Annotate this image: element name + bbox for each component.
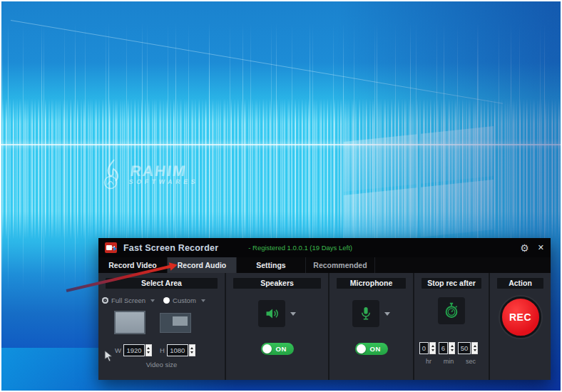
window-title: Fast Screen Recorder — [123, 243, 218, 253]
seconds-spinner[interactable] — [471, 342, 478, 354]
tab-record-video[interactable]: Record Video — [98, 257, 168, 273]
video-size-label: Video size — [98, 361, 225, 368]
tab-recommended[interactable]: Recommended — [306, 257, 375, 273]
section-action: Action REC — [490, 273, 551, 380]
watermark-subtitle: SOFTWARES — [128, 178, 199, 185]
hours-input[interactable]: 0 — [419, 342, 429, 354]
speakers-header: Speakers — [233, 278, 321, 289]
settings-gear-icon[interactable]: ⚙ — [520, 243, 529, 253]
hours-label: hr — [419, 358, 438, 365]
speakers-toggle[interactable]: ON — [261, 343, 294, 355]
toggle-knob — [262, 344, 272, 354]
seconds-label: sec — [459, 358, 482, 365]
full-screen-dropdown-icon[interactable] — [150, 299, 155, 302]
speaker-dropdown-icon[interactable] — [290, 312, 296, 316]
speaker-device-button[interactable] — [258, 300, 285, 327]
width-spinner[interactable] — [145, 344, 152, 356]
section-stop-rec-after: Stop rec after 0 — [414, 273, 489, 380]
select-area-header: Select Area — [106, 278, 218, 289]
rec-button[interactable]: REC — [500, 296, 541, 338]
microphone-toggle[interactable]: ON — [355, 343, 388, 355]
full-screen-preview — [114, 311, 145, 334]
registration-status: - Registered 1.0.0.1 (19 Days Left) — [248, 244, 352, 252]
hours-spinner[interactable] — [429, 342, 436, 354]
microphone-header: Microphone — [337, 278, 406, 289]
section-select-area: Select Area Full Screen Custom W — [98, 273, 225, 380]
microphone-icon — [357, 305, 374, 322]
section-speakers: Speakers ON — [226, 273, 328, 380]
minutes-label: min — [438, 358, 459, 365]
minutes-input[interactable]: 6 — [439, 342, 448, 354]
fast-screen-recorder-window: Fast Screen Recorder - Registered 1.0.0.… — [98, 238, 551, 380]
timer-button[interactable] — [438, 297, 465, 324]
custom-region — [173, 316, 188, 326]
desktop: RAHIM SOFTWARES Fast Screen Recorder - R… — [0, 0, 562, 392]
height-spinner[interactable] — [189, 344, 195, 356]
custom-dropdown-icon[interactable] — [201, 299, 205, 302]
watermark: RAHIM SOFTWARES — [100, 158, 200, 191]
custom-area-preview — [160, 313, 191, 333]
stop-rec-after-header: Stop rec after — [422, 278, 481, 289]
width-input[interactable]: 1920 — [123, 344, 145, 356]
minutes-spinner[interactable] — [449, 342, 455, 354]
watermark-name: RAHIM — [129, 164, 200, 178]
app-icon — [105, 242, 117, 253]
speakers-toggle-label: ON — [276, 345, 287, 353]
height-label: H — [160, 346, 165, 354]
speaker-icon — [263, 305, 280, 322]
close-icon[interactable]: ✕ — [538, 244, 544, 252]
action-header: Action — [497, 278, 543, 289]
width-label: W — [115, 346, 121, 354]
full-screen-label: Full Screen — [111, 296, 145, 304]
microphone-toggle-label: ON — [370, 345, 381, 353]
flame-icon — [100, 158, 124, 191]
microphone-dropdown-icon[interactable] — [384, 312, 390, 316]
section-microphone: Microphone ON — [329, 273, 413, 380]
tab-record-audio[interactable]: Record Audio — [168, 257, 237, 273]
stopwatch-icon — [442, 301, 461, 320]
custom-radio[interactable] — [163, 297, 170, 304]
height-input[interactable]: 1080 — [167, 344, 188, 356]
microphone-device-button[interactable] — [352, 300, 379, 327]
window-content: Select Area Full Screen Custom W — [98, 273, 551, 380]
full-screen-radio[interactable] — [102, 297, 108, 304]
seconds-input[interactable]: 50 — [458, 342, 471, 354]
tab-settings[interactable]: Settings — [237, 257, 306, 273]
titlebar[interactable]: Fast Screen Recorder - Registered 1.0.0.… — [98, 238, 551, 257]
toggle-knob — [357, 344, 366, 354]
custom-label: Custom — [173, 296, 196, 304]
